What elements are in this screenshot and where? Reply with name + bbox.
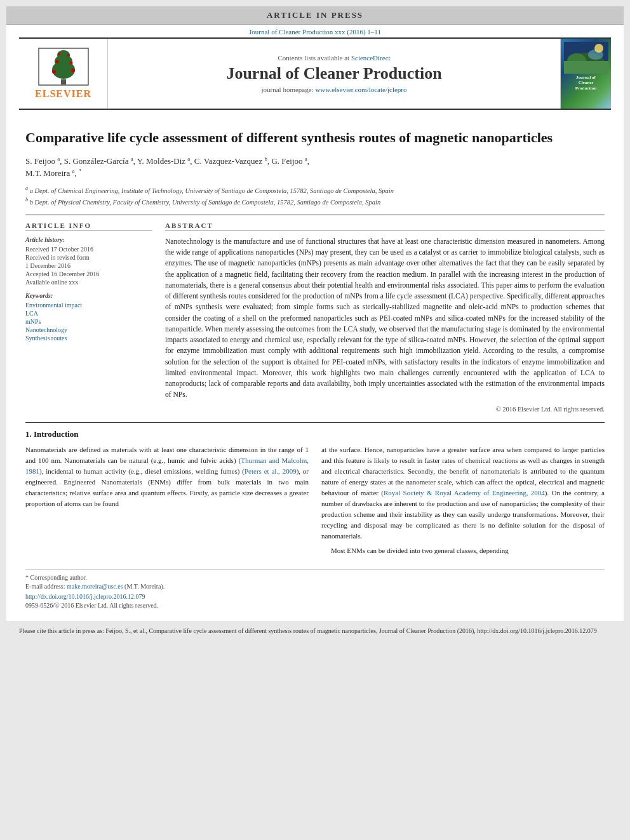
introduction-body: Nanomaterials are defined as materials w… [25, 444, 605, 560]
received-date: Received 17 October 2016 [25, 246, 152, 253]
journal-title: Journal of Cleaner Production [226, 64, 441, 83]
copyright-line: © 2016 Elsevier Ltd. All rights reserved… [165, 406, 605, 413]
svg-point-7 [69, 62, 72, 65]
banner-text: ARTICLE IN PRESS [267, 10, 363, 20]
footnote-area: * Corresponding author. E-mail address: … [25, 570, 605, 590]
authors-line: S. Feijoo a, S. González-García a, Y. Mo… [25, 155, 605, 180]
received-revised-label: Received in revised form [25, 254, 152, 261]
intro-p1: Nanomaterials are defined as materials w… [25, 444, 309, 509]
article-info-column: ARTICLE INFO Article history: Received 1… [25, 222, 152, 413]
intro-p2: at the surface. Hence, nanoparticles hav… [321, 444, 605, 542]
cover-thumbnail: Journal of Cleaner Production [561, 39, 612, 109]
article-info-heading: ARTICLE INFO [25, 222, 152, 231]
affiliation-b: b b Dept. of Physical Chemistry, Faculty… [25, 196, 605, 207]
abstract-text: Nanotechnology is the manufacture and us… [165, 236, 605, 401]
email-label: E-mail address: [25, 583, 65, 590]
homepage-url[interactable]: www.elsevier.com/locate/jclepro [315, 86, 406, 93]
journal-center-info: Contents lists available at ScienceDirec… [108, 39, 560, 109]
section-number: 1. [25, 429, 32, 439]
elsevier-tree-icon [38, 48, 89, 86]
article-title: Comparative life cycle assessment of dif… [25, 129, 605, 147]
svg-point-8 [58, 53, 60, 55]
journal-homepage-line: journal homepage: www.elsevier.com/locat… [262, 86, 407, 93]
article-info-abstract: ARTICLE INFO Article history: Received 1… [25, 222, 605, 413]
accepted-date: Accepted 16 December 2016 [25, 270, 152, 277]
revised-date: 1 December 2016 [25, 262, 152, 269]
svg-point-4 [52, 70, 56, 74]
email-address[interactable]: make.moreira@usc.es [67, 583, 123, 590]
header-section: ELSEVIER Contents lists available at Sci… [19, 37, 611, 110]
keyword-3: mNPs [25, 318, 152, 325]
keyword-1: Environmental impact [25, 302, 152, 309]
keywords-label: Keywords: [25, 292, 152, 299]
keyword-5: Synthesis routes [25, 335, 152, 342]
ref-peters: Peters et al., 2009 [245, 467, 297, 475]
journal-ref-text: Journal of Cleaner Production xxx (2016)… [249, 28, 381, 36]
abstract-heading: ABSTRACT [165, 222, 605, 231]
intro-col-left: Nanomaterials are defined as materials w… [25, 444, 309, 560]
svg-point-9 [67, 54, 70, 57]
svg-rect-0 [61, 79, 66, 84]
abstract-column: ABSTRACT Nanotechnology is the manufactu… [165, 222, 605, 413]
cover-landscape-icon [564, 42, 608, 74]
citation-text: Please cite this article in press as: Fe… [19, 627, 597, 634]
elsevier-logo: ELSEVIER [19, 39, 108, 109]
email-name: (M.T. Moreira). [124, 583, 164, 590]
keyword-2: LCA [25, 310, 152, 317]
svg-point-16 [594, 44, 603, 53]
available-online: Available online xxx [25, 279, 152, 286]
ref-royal-society: Royal Society & Royal Academy of Enginee… [384, 489, 545, 497]
main-content: Comparative life cycle assessment of dif… [6, 110, 624, 615]
corresponding-author-note: * Corresponding author. [25, 574, 605, 581]
issn-line: 0959-6526/© 2016 Elsevier Ltd. All right… [25, 602, 605, 609]
contents-text: Contents lists available at [278, 54, 349, 62]
article-history-label: Article history: [25, 236, 152, 243]
keyword-4: Nanotechnology [25, 326, 152, 333]
introduction-title: 1. Introduction [25, 429, 605, 439]
homepage-label: journal homepage: [262, 86, 314, 93]
page: ARTICLE IN PRESS Journal of Cleaner Prod… [6, 6, 624, 639]
intro-col-right: at the surface. Hence, nanoparticles hav… [321, 444, 605, 560]
email-line: E-mail address: make.moreira@usc.es (M.T… [25, 583, 605, 590]
introduction-section: 1. Introduction Nanomaterials are define… [25, 429, 605, 560]
journal-cover-image: Journal of Cleaner Production [560, 39, 611, 109]
svg-rect-14 [564, 61, 608, 74]
svg-point-6 [55, 60, 58, 63]
section-title-text: Introduction [34, 429, 79, 439]
doi-line[interactable]: http://dx.doi.org/10.1016/j.jclepro.2016… [25, 593, 605, 600]
journal-ref-line: Journal of Cleaner Production xxx (2016)… [6, 25, 624, 37]
elsevier-brand-text: ELSEVIER [35, 88, 91, 100]
cover-title-text: Journal of Cleaner Production [575, 75, 596, 91]
intro-p3: Most ENMs can be divided into two genera… [321, 545, 605, 556]
citation-bar: Please cite this article in press as: Fe… [6, 622, 624, 639]
divider-1 [25, 215, 605, 215]
svg-point-5 [71, 69, 75, 72]
affiliations: a a Dept. of Chemical Engineering, Insti… [25, 185, 605, 207]
contents-line: Contents lists available at ScienceDirec… [278, 54, 390, 62]
sciencedirect-link[interactable]: ScienceDirect [351, 54, 391, 62]
article-in-press-banner: ARTICLE IN PRESS [6, 6, 624, 25]
divider-2 [25, 422, 605, 423]
affiliation-a: a a Dept. of Chemical Engineering, Insti… [25, 185, 605, 196]
